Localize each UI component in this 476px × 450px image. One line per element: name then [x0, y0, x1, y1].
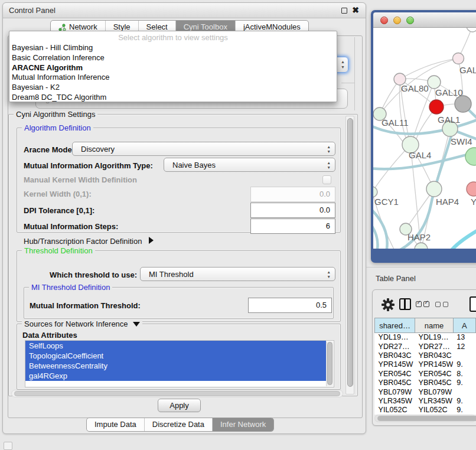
algorithm-option[interactable]: Bayesian - K2 [9, 83, 337, 93]
table-row[interactable]: YBR045CYBR045C9. [375, 378, 476, 387]
algorithm-option[interactable]: Bayesian - Hill Climbing [9, 43, 337, 53]
algorithm-option[interactable]: ARACNE Algorithm [9, 63, 337, 73]
scrollbar-thumb[interactable] [14, 391, 340, 396]
scrollbar-thumb[interactable] [377, 416, 476, 421]
kernel-width-label: Kernel Width (0,1): [24, 190, 92, 198]
hidden-groupbox-edge [354, 37, 355, 110]
dpi-tolerance-label: DPI Tolerance [0,1]: [24, 206, 94, 215]
table-row[interactable]: YDL19…YDL19…13 [375, 333, 476, 342]
table-cell: 13 [453, 333, 475, 342]
network-node-top-partial[interactable] [467, 28, 476, 32]
network-window-titlebar[interactable] [373, 12, 476, 28]
zoom-traffic-light[interactable] [406, 17, 414, 24]
combo-arrows-icon: ▲▼ [327, 270, 331, 279]
settings-group-title: Cyni Algorithm Settings [14, 110, 97, 119]
table-panel-separator [366, 267, 476, 268]
network-edge [449, 224, 476, 249]
network-node-GCY1[interactable] [373, 187, 377, 197]
data-attributes-list: SelfLoopsTopologicalCoefficientBetweenne… [25, 340, 334, 387]
table-cell: YBR045C [375, 378, 415, 387]
sources-title[interactable]: Sources for Network Inference [22, 319, 142, 328]
which-threshold-combobox[interactable]: MI Threshold ▲▼ [140, 267, 335, 281]
node-label: GAL10 [435, 87, 463, 97]
network-node-big-green[interactable] [465, 148, 476, 165]
table-cell [453, 387, 475, 396]
table-cell: YBR045C [415, 378, 454, 387]
network-node-GAL10[interactable] [428, 76, 441, 89]
table-row[interactable]: YIL052CYIL052C9. [375, 406, 476, 415]
table-row[interactable]: YDR27…YDR27…12 [375, 342, 476, 351]
table-cell: YDL19… [415, 333, 454, 342]
kernel-width-field[interactable]: 0.0 [250, 187, 335, 202]
deselect-all-columns-icon[interactable] [435, 302, 448, 307]
attribute-list-item[interactable]: gal4RGexp [25, 371, 326, 381]
table-horizontal-scrollbar[interactable] [374, 415, 476, 422]
network-node-HAP4[interactable] [426, 181, 442, 197]
close-icon[interactable]: ✖ [352, 5, 359, 15]
panel-title: Control Panel [9, 3, 56, 18]
scrollbar-thumb[interactable] [327, 342, 332, 385]
mi-type-combobox[interactable]: Naive Bayes ▲▼ [164, 158, 335, 172]
control-panel-titlebar[interactable]: Control Panel ✖ [3, 3, 366, 18]
network-edge [373, 223, 378, 249]
table-cell: YPR145W [375, 360, 415, 369]
network-node-GAL1-red[interactable] [429, 100, 444, 114]
settings-horizontal-scrollbar[interactable] [11, 390, 343, 397]
settings-vertical-scrollbar[interactable] [345, 116, 354, 394]
table-cell: YBR043C [375, 351, 415, 360]
table-cell: YIL052C [415, 406, 454, 415]
algorithm-option[interactable]: Dream8 DC_TDC Algorithm [9, 93, 337, 103]
network-node-gray-node[interactable] [455, 96, 471, 112]
table-cell: YDR27… [375, 342, 415, 351]
tab-discretize-data[interactable]: Discretize Data [144, 418, 212, 431]
attribute-list-item[interactable]: BetweennessCentrality [25, 361, 326, 371]
mi-steps-field[interactable]: 6 [250, 219, 335, 234]
network-view-window[interactable]: GALGAL80GAL10GAL1GAL11SWI4GAL4GCY1HAP4YH… [371, 10, 476, 263]
dpi-tolerance-field[interactable]: 0.0 [250, 203, 335, 218]
table-column-header[interactable]: name [415, 318, 454, 333]
attribute-list-item[interactable]: TopologicalCoefficient [25, 351, 326, 361]
table-row[interactable]: YLR345WYLR345W9. [375, 396, 476, 405]
attributes-list-scrollbar[interactable] [326, 341, 333, 386]
float-window-icon[interactable] [341, 8, 347, 14]
network-edge [400, 58, 458, 79]
node-label: HAP2 [407, 232, 431, 242]
document-icon[interactable] [470, 296, 476, 312]
combo-arrows-icon: ▲▼ [327, 161, 331, 170]
tab-infer-network[interactable]: Infer Network [212, 418, 273, 431]
which-threshold-label: Which threshold to use: [50, 270, 137, 279]
network-node-salmon-node[interactable] [467, 182, 476, 196]
gear-icon[interactable] [381, 298, 395, 312]
minimized-window-icon[interactable] [4, 442, 12, 450]
scrollbar-thumb[interactable] [347, 118, 353, 387]
column-settings-icon[interactable] [399, 298, 411, 310]
attribute-list-item[interactable]: SelfLoops [25, 341, 326, 351]
minimize-traffic-light[interactable] [393, 17, 401, 24]
table-cell: YER054C [375, 369, 415, 378]
manual-kernel-checkbox[interactable] [322, 175, 331, 184]
mi-threshold-field[interactable]: 0.5 [248, 298, 332, 313]
algorithm-option[interactable]: Mutual Information Inference [9, 73, 337, 83]
aracne-mode-combobox[interactable]: Discovery ▲▼ [72, 142, 335, 156]
table-cell: YLR345W [415, 396, 454, 405]
combo-arrows-icon: ▲▼ [327, 145, 331, 154]
algorithm-definition-title: Algorithm Definition [22, 123, 93, 132]
table-row[interactable]: YER054CYER054C8. [375, 369, 476, 378]
table-cell: YDL19… [375, 333, 415, 342]
network-node-pink-top[interactable] [453, 53, 464, 64]
tab-impute-data[interactable]: Impute Data [87, 418, 144, 431]
select-all-columns-icon[interactable] [416, 301, 429, 307]
network-canvas[interactable]: GALGAL80GAL10GAL1GAL11SWI4GAL4GCY1HAP4YH… [373, 28, 476, 249]
table-cell [453, 351, 475, 360]
apply-button[interactable]: Apply [158, 399, 201, 412]
hub-factor-expander[interactable]: Hub/Transcription Factor Definition [24, 237, 154, 246]
table-row[interactable]: YBL079WYBL079W [375, 387, 476, 396]
table-column-header[interactable]: A [453, 318, 475, 333]
algorithm-option[interactable]: Basic Correlation Inference [9, 53, 337, 63]
checked-box-icon [423, 301, 429, 307]
table-cell: 8. [453, 369, 475, 378]
table-row[interactable]: YPR145WYPR145W9. [375, 360, 476, 369]
close-traffic-light[interactable] [380, 17, 388, 24]
table-column-header[interactable]: shared… [375, 318, 415, 333]
table-row[interactable]: YBR043CYBR043C [375, 351, 476, 360]
